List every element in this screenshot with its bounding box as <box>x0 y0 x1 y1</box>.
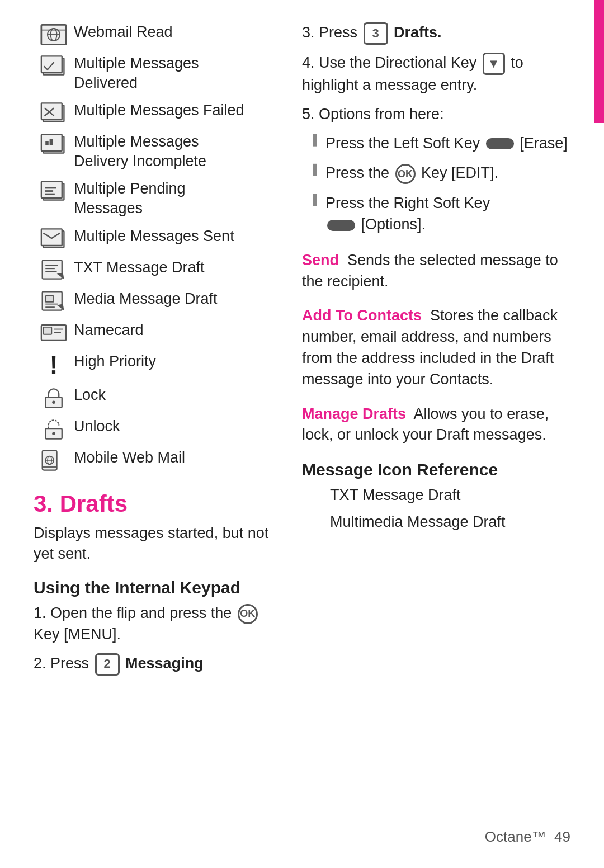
ok-key-icon: OK <box>395 164 416 184</box>
list-item: Lock <box>34 385 280 409</box>
multiple-sent-icon <box>34 227 74 250</box>
message-icon-ref-heading: Message Icon Reference <box>302 460 570 479</box>
svg-rect-28 <box>45 295 54 301</box>
high-priority-label: High Priority <box>74 352 156 371</box>
options-list: Press the Left Soft Key [Erase] Press th… <box>302 133 570 244</box>
manage-drafts-paragraph: Manage Drafts Allows you to erase, lock,… <box>302 404 570 446</box>
multiple-sent-label: Multiple Messages Sent <box>74 227 234 246</box>
svg-rect-16 <box>41 182 62 199</box>
footer-brand: Octane™ 49 <box>485 828 570 846</box>
send-paragraph: Send Sends the selected message to the r… <box>302 250 570 293</box>
lock-label: Lock <box>74 385 106 405</box>
message-icon-ref-item-2: Multimedia Message Draft <box>302 512 570 533</box>
svg-rect-14 <box>50 139 53 145</box>
key-3-icon: 3 <box>364 22 388 45</box>
svg-rect-21 <box>41 229 62 246</box>
mobile-web-label: Mobile Web Mail <box>74 448 185 468</box>
webmail-read-icon <box>34 22 74 46</box>
keypad-heading: Using the Internal Keypad <box>34 578 280 597</box>
multiple-delivered-icon <box>34 54 74 77</box>
svg-rect-33 <box>44 327 52 334</box>
directional-key-icon: ▼ <box>483 53 505 75</box>
namecard-label: Namecard <box>74 320 144 340</box>
svg-rect-17 <box>45 187 56 189</box>
list-item: Multiple MessagesDelivery Incomplete <box>34 132 280 171</box>
right-softkey-icon <box>327 220 355 231</box>
multiple-delivered-label: Multiple MessagesDelivered <box>74 54 199 93</box>
high-priority-icon: ! <box>34 352 74 378</box>
svg-point-39 <box>52 432 55 435</box>
page: Webmail Read Multiple MessagesDelivered <box>0 0 604 868</box>
drafts-heading: 3. Drafts <box>34 490 280 517</box>
svg-rect-8 <box>41 103 62 120</box>
left-softkey-icon <box>486 138 514 149</box>
list-item: Multiple PendingMessages <box>34 179 280 218</box>
multiple-failed-icon <box>34 101 74 124</box>
lock-icon <box>34 385 74 409</box>
media-draft-icon <box>34 289 74 313</box>
multiple-pending-icon <box>34 179 74 202</box>
list-item: Webmail Read <box>34 22 280 46</box>
multiple-pending-label: Multiple PendingMessages <box>74 179 186 218</box>
list-item: Multiple Messages Failed <box>34 101 280 124</box>
list-item: Unlock <box>34 417 280 440</box>
list-item: Multiple MessagesDelivered <box>34 54 280 93</box>
manage-drafts-term: Manage Drafts <box>302 405 406 422</box>
list-item: Media Message Draft <box>34 289 280 313</box>
txt-draft-icon <box>34 258 74 281</box>
mobile-web-icon <box>34 448 74 471</box>
step-5: 5. Options from here: <box>302 104 570 125</box>
svg-point-37 <box>52 400 55 404</box>
list-item: ! High Priority <box>34 352 280 378</box>
svg-rect-18 <box>45 191 53 192</box>
step-4: 4. Use the Directional Key ▼ to highligh… <box>302 53 570 96</box>
step-1: 1. Open the flip and press the OK Key [M… <box>34 603 280 645</box>
multiple-incomplete-label: Multiple MessagesDelivery Incomplete <box>74 132 206 171</box>
option-erase: Press the Left Soft Key [Erase] <box>313 133 570 154</box>
drafts-description: Displays messages started, but not yet s… <box>34 523 280 565</box>
svg-rect-22 <box>43 260 62 279</box>
right-column: 3. Press 3 Drafts. 4. Use the Directiona… <box>302 22 570 809</box>
option-edit: Press the OK Key [EDIT]. <box>313 163 570 184</box>
list-item: TXT Message Draft <box>34 258 280 281</box>
multiple-incomplete-icon <box>34 132 74 155</box>
step-2: 2. Press 2 Messaging <box>34 653 280 676</box>
svg-rect-19 <box>45 194 55 195</box>
step-3: 3. Press 3 Drafts. <box>302 22 570 45</box>
add-to-contacts-term: Add To Contacts <box>302 307 422 324</box>
option-options: Press the Right Soft Key [Options]. <box>313 193 570 235</box>
key-2-icon: 2 <box>95 653 120 676</box>
multiple-failed-label: Multiple Messages Failed <box>74 101 244 120</box>
ok-button-icon: OK <box>238 604 258 624</box>
svg-rect-13 <box>45 141 49 145</box>
list-item: Mobile Web Mail <box>34 448 280 471</box>
list-item: Multiple Messages Sent <box>34 227 280 250</box>
namecard-icon <box>34 320 74 344</box>
send-term: Send <box>302 252 339 268</box>
left-column: Webmail Read Multiple MessagesDelivered <box>34 22 280 809</box>
media-draft-label: Media Message Draft <box>74 289 218 309</box>
message-icon-ref-item-1: TXT Message Draft <box>302 485 570 506</box>
webmail-read-label: Webmail Read <box>74 22 173 42</box>
add-to-contacts-paragraph: Add To Contacts Stores the callback numb… <box>302 305 570 390</box>
pink-accent-bar <box>594 0 604 123</box>
unlock-icon <box>34 417 74 440</box>
txt-draft-label: TXT Message Draft <box>74 258 205 277</box>
list-item: Namecard <box>34 320 280 344</box>
footer: Octane™ 49 <box>34 820 570 846</box>
unlock-label: Unlock <box>74 417 120 436</box>
